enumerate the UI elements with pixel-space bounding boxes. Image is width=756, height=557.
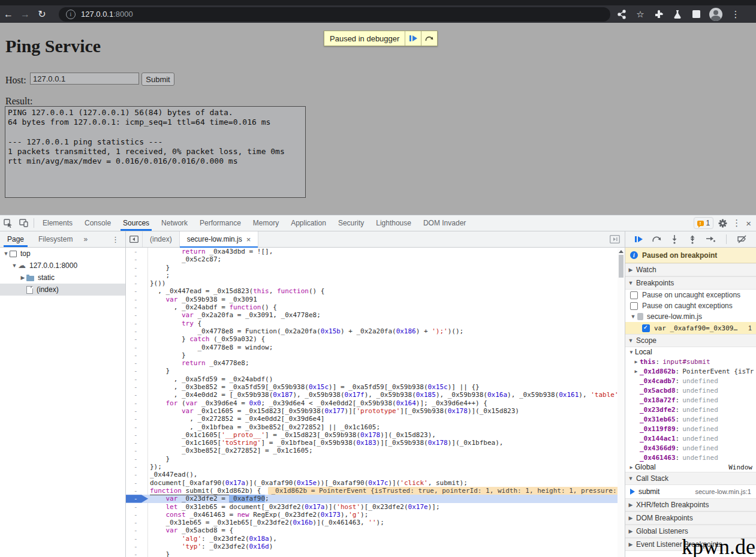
line-gutter[interactable]: - — [126, 264, 148, 272]
line-gutter[interactable]: - — [126, 463, 148, 471]
device-toolbar-icon[interactable] — [16, 215, 31, 231]
code-line[interactable]: - _0x31eb65 = _0x31eb65[_0x23dfe2(0x16b)… — [126, 519, 625, 526]
section-dom-breakpoints[interactable]: ▶DOM Breakpoints — [625, 511, 756, 525]
line-gutter[interactable]: - — [126, 367, 148, 375]
step-into-icon[interactable] — [670, 234, 679, 244]
line-gutter[interactable]: - — [126, 479, 148, 487]
devtools-close-icon[interactable]: × — [746, 218, 751, 228]
scope-twisty-icon[interactable]: ▶ — [632, 359, 640, 365]
extensions-puzzle-icon[interactable] — [653, 9, 664, 20]
line-gutter[interactable]: - — [126, 344, 148, 351]
scope-variable-row[interactable]: _0x461463:undefined — [625, 453, 756, 462]
code-line[interactable]: - , _0x447ead = _0x15d823(this, function… — [126, 287, 625, 295]
code-line[interactable]: - var _0x59b938 = _0x3091 — [126, 296, 625, 303]
tree-twisty-icon[interactable]: ▼ — [11, 263, 18, 269]
tab-network[interactable]: Network — [155, 215, 194, 231]
line-gutter[interactable]: - — [126, 550, 148, 557]
tree-item-127-0-0-1-8000[interactable]: ▼☁127.0.0.1:8000 — [0, 260, 125, 272]
line-gutter[interactable]: - — [126, 439, 148, 447]
code-line[interactable]: - 'typ': _0x23dfe2(0x16d) — [126, 543, 625, 550]
step-icon[interactable] — [706, 234, 715, 244]
line-gutter[interactable]: - — [126, 375, 148, 383]
line-gutter[interactable]: - — [126, 423, 148, 431]
tab-performance[interactable]: Performance — [194, 215, 247, 231]
code-line[interactable]: -document[_0xafaf90(0x17a)](_0xafaf90(0x… — [126, 479, 625, 487]
scope-variable-row[interactable]: _0x18a72f:undefined — [625, 395, 756, 405]
settings-gear-icon[interactable] — [718, 219, 727, 228]
line-gutter[interactable]: - — [126, 335, 148, 343]
code-line[interactable]: - , _0x4e0dd2 = [_0x59b938(0x187), _0x59… — [126, 391, 625, 399]
line-gutter[interactable]: - — [126, 279, 148, 287]
code-line[interactable]: - , _0x24abdf = function() { — [126, 303, 625, 311]
site-info-icon[interactable]: i — [66, 10, 76, 19]
line-gutter[interactable]: - — [126, 487, 148, 495]
scope-variable-row[interactable]: ▶this:input#submit — [625, 357, 756, 366]
code-line[interactable]: - } — [126, 351, 625, 359]
code-line[interactable]: - , _0x272852 = _0x4e0dd2[_0x39d6e4] — [126, 415, 625, 423]
line-gutter[interactable]: - — [126, 351, 148, 359]
bookmark-star-icon[interactable]: ☆ — [635, 9, 646, 20]
editor-tab-index[interactable]: (index) — [143, 231, 180, 247]
close-tab-icon[interactable]: × — [246, 235, 251, 244]
scope-variable-row[interactable]: _0x5acbd8:undefined — [625, 386, 756, 395]
code-line[interactable]: - _0x3be852[_0x272852] = _0x1c1605; — [126, 447, 625, 454]
hide-navigator-icon[interactable] — [126, 231, 143, 247]
line-gutter[interactable]: - — [126, 455, 148, 463]
line-gutter[interactable]: - — [126, 431, 148, 439]
code-line[interactable]: -}); — [126, 463, 625, 471]
code-line[interactable]: - for (var _0x39d6e4 = 0x0; _0x39d6e4 < … — [126, 399, 625, 407]
tab-filesystem[interactable]: Filesystem — [31, 231, 80, 247]
more-tabs-icon[interactable]: » — [80, 235, 91, 243]
tree-item-static[interactable]: ▶static — [0, 272, 125, 284]
code-line[interactable]: - var _0x1c1605 = _0x15d823[_0x59b938(0x… — [126, 407, 625, 415]
code-line[interactable]: - _0x4778e8 = Function(_0x2a20fa(0x15b) … — [126, 327, 625, 335]
scope-variable-row[interactable]: _0x4366d9:undefined — [625, 443, 756, 453]
checkbox-checked-icon[interactable] — [642, 324, 650, 332]
section-xhr-fetch-breakpoints[interactable]: ▶XHR/fetch Breakpoints — [625, 498, 756, 511]
reload-icon[interactable]: ↻ — [34, 8, 50, 20]
result-textarea[interactable]: PING 127.0.0.1 (127.0.0.1) 56(84) bytes … — [5, 106, 306, 198]
issues-badge[interactable]: !1 — [694, 217, 714, 229]
scope-variable-row[interactable]: _0x144ac1:undefined — [625, 433, 756, 443]
scope-variable-row[interactable]: ▶_0x1d862b:PointerEvent {isTr — [625, 366, 756, 376]
code-line[interactable]: - _0x5c2c87; — [126, 255, 625, 263]
code-area[interactable]: - return _0xa43dbd = ![],- _0x5c2c87;- }… — [126, 248, 625, 557]
step-out-icon[interactable] — [688, 234, 697, 244]
line-gutter[interactable]: - — [126, 311, 148, 319]
share-icon[interactable] — [616, 9, 627, 20]
tab-page[interactable]: Page — [0, 231, 31, 247]
pause-caught-row[interactable]: Pause on caught exceptions — [625, 300, 756, 311]
checkbox-unchecked-icon[interactable] — [630, 291, 638, 299]
resume-script-icon[interactable] — [634, 234, 643, 244]
line-gutter[interactable]: - — [126, 519, 148, 526]
code-line[interactable]: - 'alg': _0x23dfe2(0x18a), — [126, 535, 625, 543]
scope-variable-row[interactable]: _0x31eb65:undefined — [625, 414, 756, 424]
code-line[interactable]: - var _0x2a20fa = _0x3091, _0x4778e8; — [126, 311, 625, 319]
line-gutter[interactable]: - — [126, 383, 148, 391]
scope-global-row[interactable]: ▶GlobalWindow — [625, 462, 756, 472]
code-line[interactable]: - } — [126, 367, 625, 375]
scope-local-row[interactable]: ▼Local — [625, 347, 756, 357]
tree-item--index-[interactable]: (index) — [0, 284, 125, 296]
deactivate-breakpoints-icon[interactable] — [737, 234, 747, 244]
tab-lighthouse[interactable]: Lighthouse — [370, 215, 417, 231]
line-gutter[interactable]: - — [126, 471, 148, 478]
line-gutter[interactable]: - — [126, 296, 148, 303]
code-line[interactable]: - try { — [126, 320, 625, 327]
code-line[interactable]: - return _0xa43dbd = ![], — [126, 248, 625, 255]
code-line[interactable]: - ; — [126, 272, 625, 279]
line-gutter[interactable]: - — [126, 359, 148, 367]
line-gutter[interactable]: - — [126, 447, 148, 454]
line-gutter[interactable]: - — [126, 511, 148, 519]
tab-console[interactable]: Console — [79, 215, 117, 231]
code-line[interactable]: - , _0x1bfbea = _0x3be852[_0x272852] || … — [126, 423, 625, 431]
code-line[interactable]: - } — [126, 550, 625, 557]
line-gutter[interactable]: - — [126, 415, 148, 423]
inspect-element-icon[interactable] — [0, 215, 16, 231]
line-gutter[interactable]: - — [126, 272, 148, 279]
open-file-icon[interactable] — [610, 231, 625, 247]
scope-variable-row[interactable]: _0x4cadb7:undefined — [625, 376, 756, 386]
tab-sources[interactable]: Sources — [117, 215, 155, 231]
profile-avatar[interactable] — [709, 8, 722, 21]
line-gutter[interactable]: - — [126, 248, 148, 255]
